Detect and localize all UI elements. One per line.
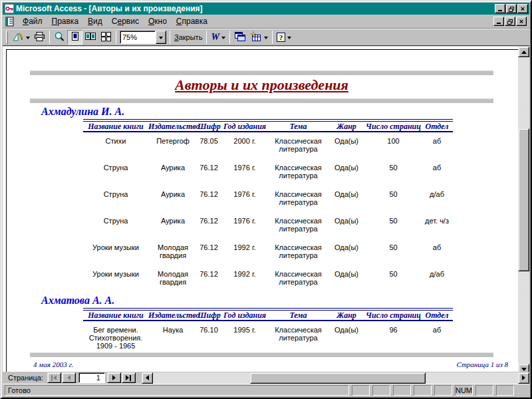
table-cell: Молодая гвардия — [148, 243, 198, 265]
close-preview-button[interactable]: Закрыть — [172, 30, 204, 45]
next-page-button[interactable] — [107, 372, 121, 383]
database-window-button[interactable] — [232, 30, 248, 45]
two-pages-button[interactable] — [82, 30, 98, 45]
scroll-up-button[interactable] — [518, 47, 529, 57]
table-cell: 1992 г. — [220, 243, 269, 265]
menu-item[interactable]: Окно — [144, 15, 172, 27]
table-row: Бег времени. Стихотворения. 1909 - 1965Н… — [83, 326, 453, 348]
table-cell: аб — [421, 326, 453, 348]
toolbar-separator — [229, 31, 230, 44]
footer-date: 4 мая 2003 г. — [33, 360, 73, 368]
document-minimize-button[interactable] — [493, 17, 504, 26]
table-row: СтрунаАурика76.121976 г.Классическая лит… — [83, 164, 453, 186]
arrow-right-icon — [522, 375, 528, 380]
horizontal-scrollbar-thumb[interactable] — [250, 372, 426, 384]
table-cell: Струна — [83, 190, 148, 212]
table-cell: Классическая литература — [269, 326, 327, 348]
print-preview-area: Авторы и их произведения Ахмадулина И. А… — [3, 47, 529, 372]
table-cell: 1976 г. — [220, 190, 269, 212]
close-icon: × — [521, 6, 525, 12]
report-body: Ахмадулина И. А.Название книгиИздательст… — [7, 106, 529, 348]
close-button[interactable]: × — [517, 4, 528, 13]
menu-item[interactable]: Вид — [83, 15, 107, 27]
table-cell: 76.10 — [198, 326, 220, 348]
menu-item[interactable]: Сервис — [107, 15, 144, 27]
table-cell: 2000 г. — [220, 137, 269, 159]
header-rule-top — [30, 70, 493, 75]
page-nav-label: Страница: — [8, 374, 43, 382]
table-cell: Классическая литература — [269, 164, 327, 186]
vertical-scrollbar[interactable] — [518, 47, 529, 374]
table-cell: Ода(ы) — [327, 326, 366, 348]
zoom-button[interactable] — [52, 30, 67, 45]
report-page[interactable]: Авторы и их произведения Ахмадулина И. А… — [6, 49, 529, 372]
chevron-down-icon — [221, 37, 225, 41]
table-cell: д/аб — [421, 270, 453, 292]
toolbar-grip[interactable] — [6, 31, 8, 44]
restore-button[interactable] — [506, 4, 517, 13]
table-row: Уроки музыкиМолодая гвардия76.121992 г.К… — [83, 270, 453, 292]
arrow-up-icon — [521, 48, 527, 54]
status-panel — [434, 385, 452, 396]
print-button[interactable] — [32, 30, 47, 45]
toolbar-separator — [206, 31, 207, 44]
report-title: Авторы и их произведения — [30, 76, 493, 94]
help-button[interactable]: ? — [275, 30, 294, 45]
document-restore-button[interactable] — [505, 17, 515, 26]
table-cell: Бег времени. Стихотворения. 1909 - 1965 — [83, 326, 148, 348]
table-cell: Ода(ы) — [327, 270, 366, 292]
report-design-view-icon — [12, 31, 24, 43]
author-group-header: Ахматова А. А. — [41, 295, 529, 307]
table-cell: 50 — [366, 243, 421, 265]
table-cell: Молодая гвардия — [148, 270, 198, 292]
report-document-icon[interactable] — [5, 17, 15, 27]
table-cell: 76.12 — [198, 164, 220, 186]
zoom-dropdown-button[interactable] — [156, 31, 166, 44]
column-header: Жанр — [327, 122, 366, 132]
table-cell: 50 — [366, 190, 421, 212]
vertical-scrollbar-thumb[interactable] — [518, 128, 529, 271]
page-number-input[interactable] — [78, 372, 105, 383]
horizontal-scrollbar[interactable] — [142, 372, 529, 384]
access-key-icon[interactable] — [5, 4, 14, 13]
table-row: СтихиПетергоф78.052000 г.Классическая ли… — [83, 137, 453, 159]
table-cell: Уроки музыки — [83, 243, 148, 265]
report-design-view-button[interactable] — [10, 30, 32, 45]
previous-page-button[interactable] — [62, 372, 76, 383]
officelinks-word-button[interactable]: W — [209, 30, 227, 45]
table-cell: 100 — [366, 137, 421, 159]
document-close-button[interactable]: × — [516, 17, 527, 26]
table-cell: 76.12 — [198, 190, 220, 212]
first-page-icon — [51, 375, 57, 380]
minimize-icon — [497, 23, 501, 24]
header-rule-bottom — [30, 98, 493, 103]
toolbar-items: ЗакрытьW? — [10, 30, 293, 45]
menu-item[interactable]: Справка — [172, 15, 212, 27]
menu-item[interactable]: Файл — [18, 15, 47, 27]
table-cell: аб — [421, 243, 453, 265]
minimize-button[interactable] — [495, 4, 505, 13]
previous-page-icon — [65, 375, 70, 380]
column-header: Название книги — [83, 311, 148, 321]
new-object-icon — [250, 31, 262, 43]
scroll-right-button[interactable] — [518, 372, 529, 384]
last-page-button[interactable] — [122, 372, 136, 383]
zoom-level-input[interactable] — [120, 31, 156, 44]
table-cell: Аурика — [148, 217, 198, 239]
horizontal-scrollbar-track[interactable] — [153, 372, 518, 384]
new-object-button[interactable] — [248, 30, 270, 45]
table-cell: д/аб — [421, 190, 453, 212]
title-bar: Microsoft Access - [Авторы и их произвед… — [3, 3, 529, 15]
chevron-down-icon — [264, 37, 268, 41]
menu-item[interactable]: Правка — [47, 15, 84, 27]
table-cell: Аурика — [148, 190, 198, 212]
table-cell: Струна — [83, 217, 148, 239]
table-cell: 96 — [366, 326, 421, 348]
table-cell: 50 — [366, 217, 421, 239]
multiple-pages-button[interactable] — [98, 30, 114, 45]
one-page-button[interactable] — [67, 30, 82, 45]
scroll-left-button[interactable] — [142, 372, 153, 384]
table-row: СтрунаАурика76.121976 г.Классическая лит… — [83, 217, 453, 239]
table-cell: 50 — [366, 164, 421, 186]
first-page-button[interactable] — [47, 372, 61, 383]
